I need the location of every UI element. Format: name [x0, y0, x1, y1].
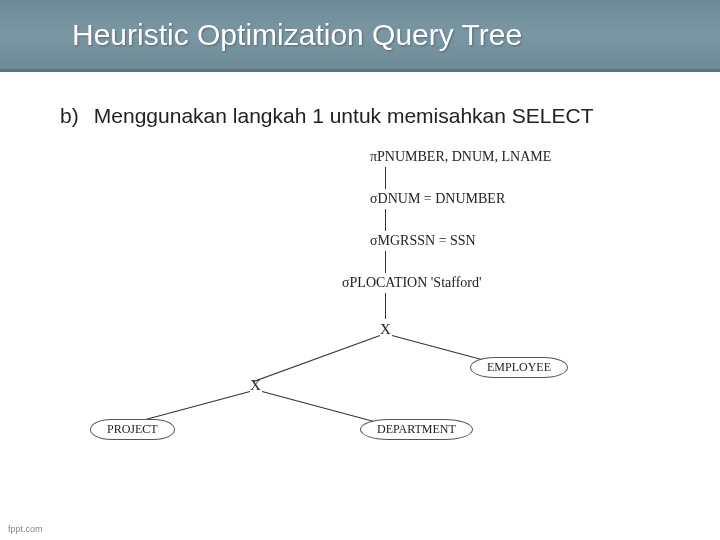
edge: [253, 335, 380, 382]
list-marker: b): [60, 102, 88, 129]
sigma-operator-1: σDNUM = DNUMBER: [370, 191, 505, 207]
cross-product-1: X: [380, 321, 391, 338]
body-text: b) Menggunakan langkah 1 untuk memisahka…: [0, 72, 720, 129]
sigma-operator-3: σPLOCATION 'Stafford': [342, 275, 482, 291]
edge: [385, 293, 386, 319]
edge: [385, 251, 386, 273]
slide-title: Heuristic Optimization Query Tree: [72, 18, 522, 52]
leaf-department: DEPARTMENT: [360, 419, 473, 440]
footer-credit: fppt.com: [8, 524, 43, 534]
slide-header: Heuristic Optimization Query Tree: [0, 0, 720, 72]
list-text: Menggunakan langkah 1 untuk memisahkan S…: [94, 102, 654, 129]
query-tree-diagram: πPNUMBER, DNUM, LNAME σDNUM = DNUMBER σM…: [60, 149, 660, 459]
cross-product-2: X: [250, 377, 261, 394]
edge: [385, 167, 386, 189]
leaf-employee: EMPLOYEE: [470, 357, 568, 378]
leaf-project: PROJECT: [90, 419, 175, 440]
edge: [385, 209, 386, 231]
sigma-operator-2: σMGRSSN = SSN: [370, 233, 476, 249]
pi-operator: πPNUMBER, DNUM, LNAME: [370, 149, 551, 165]
